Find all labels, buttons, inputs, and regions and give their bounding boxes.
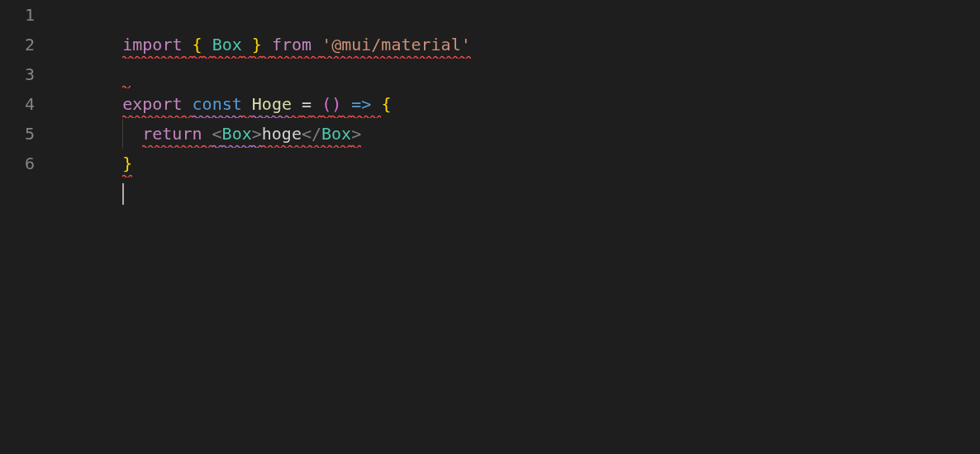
line-number: 1 (0, 0, 35, 30)
text-cursor (122, 183, 124, 205)
line-number-gutter: 1 2 3 4 5 6 (0, 0, 50, 454)
code-line[interactable]: } (63, 119, 980, 149)
line-number: 4 (0, 89, 35, 119)
code-line[interactable]: import { Box } from '@mui/material' (63, 0, 980, 30)
line-number: 3 (0, 59, 35, 89)
code-line[interactable]: export const Hoge = () => { (63, 59, 980, 89)
code-line[interactable] (63, 30, 980, 59)
code-editor[interactable]: 1 2 3 4 5 6 import { Box } from '@mui/ma… (0, 0, 980, 454)
code-line[interactable] (63, 149, 980, 178)
line-number: 2 (0, 30, 35, 59)
code-line[interactable]: return <Box>hoge</Box> (63, 89, 980, 119)
code-area[interactable]: import { Box } from '@mui/material' expo… (50, 0, 980, 454)
line-number: 5 (0, 119, 35, 149)
line-number: 6 (0, 149, 35, 178)
